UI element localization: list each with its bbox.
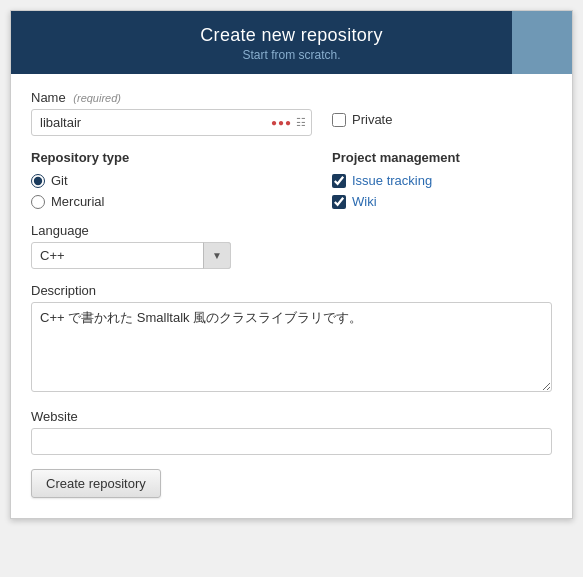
wiki-label[interactable]: Wiki (352, 194, 377, 209)
radio-git-label[interactable]: Git (51, 173, 68, 188)
website-input[interactable] (31, 428, 552, 455)
dots-icon: ●●● (271, 117, 292, 128)
name-input-wrapper: ●●● ☷ (31, 109, 312, 136)
name-input[interactable] (31, 109, 312, 136)
form-area: Name (required) ●●● ☷ Private (11, 74, 572, 518)
private-col: Private (332, 90, 552, 127)
website-row: Website (31, 409, 552, 455)
type-col: Repository type Git Mercurial (31, 150, 332, 209)
language-select-wrapper: C++ （None） Java Python Ruby JavaScript C… (31, 242, 231, 269)
wiki-checkbox[interactable] (332, 195, 346, 209)
header-subtitle: Start from scratch. (31, 48, 552, 62)
radio-mercurial-input[interactable] (31, 195, 45, 209)
name-icons: ●●● ☷ (271, 116, 306, 129)
checkbox-group: Issue tracking Wiki (332, 173, 552, 209)
radio-mercurial-label[interactable]: Mercurial (51, 194, 104, 209)
name-label: Name (required) (31, 90, 312, 105)
issue-tracking-item: Issue tracking (332, 173, 552, 188)
name-row: Name (required) ●●● ☷ Private (31, 90, 552, 136)
issue-tracking-label[interactable]: Issue tracking (352, 173, 432, 188)
header: Create new repository Start from scratch… (11, 11, 572, 74)
pm-label: Project management (332, 150, 552, 165)
language-col: Language C++ （None） Java Python Ruby Jav… (31, 223, 552, 269)
required-text: (required) (73, 92, 121, 104)
private-label[interactable]: Private (352, 112, 392, 127)
radio-group: Git Mercurial (31, 173, 312, 209)
type-pm-row: Repository type Git Mercurial Project ma… (31, 150, 552, 209)
repo-type-label: Repository type (31, 150, 312, 165)
description-row: Description C++ で書かれた Smalltalk 風のクラスライブ… (31, 283, 552, 395)
language-label: Language (31, 223, 532, 238)
language-row: Language C++ （None） Java Python Ruby Jav… (31, 223, 552, 269)
radio-git-input[interactable] (31, 174, 45, 188)
grid-icon: ☷ (296, 116, 306, 129)
private-row: Private (332, 90, 552, 127)
website-label: Website (31, 409, 552, 424)
wiki-item: Wiki (332, 194, 552, 209)
header-title: Create new repository (31, 25, 552, 46)
create-repository-button[interactable]: Create repository (31, 469, 161, 498)
description-label: Description (31, 283, 552, 298)
radio-git: Git (31, 173, 312, 188)
language-select[interactable]: C++ （None） Java Python Ruby JavaScript C… (31, 242, 231, 269)
header-accent (512, 11, 572, 74)
private-checkbox[interactable] (332, 113, 346, 127)
description-textarea[interactable]: C++ で書かれた Smalltalk 風のクラスライブラリです。 (31, 302, 552, 392)
issue-tracking-checkbox[interactable] (332, 174, 346, 188)
name-col: Name (required) ●●● ☷ (31, 90, 332, 136)
create-repository-window: Create new repository Start from scratch… (10, 10, 573, 519)
pm-col: Project management Issue tracking Wiki (332, 150, 552, 209)
radio-mercurial: Mercurial (31, 194, 312, 209)
